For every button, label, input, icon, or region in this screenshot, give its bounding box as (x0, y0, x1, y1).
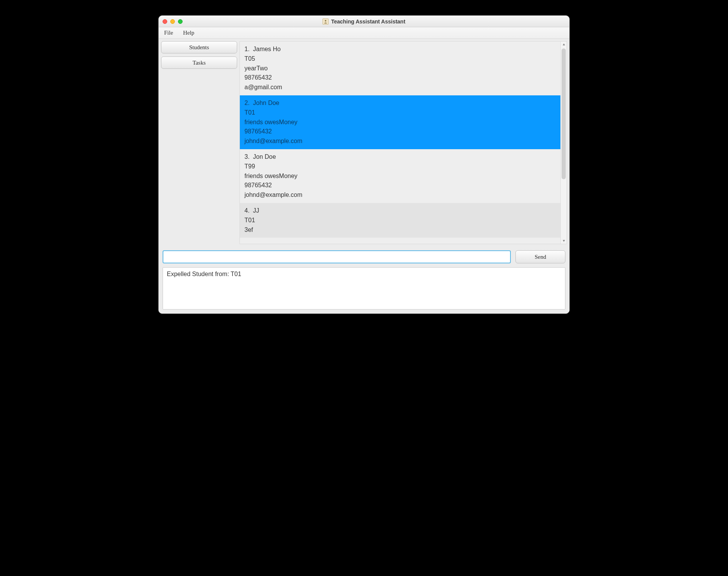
list-item-line: 3ef (244, 225, 556, 235)
list-item-line: friends owesMoney (244, 171, 556, 181)
list-item-line: a@gmail.com (244, 83, 556, 92)
command-row: Send (163, 250, 565, 263)
send-button[interactable]: Send (515, 250, 565, 263)
list-item-line: 3. Jon Doe (244, 152, 556, 162)
list-item-line: johnd@example.com (244, 137, 556, 146)
window-title: Teaching Assistant Assistant (159, 18, 569, 25)
list-item-line: 98765432 (244, 127, 556, 137)
window-title-text: Teaching Assistant Assistant (331, 18, 405, 25)
content-area: Students Tasks 1. James HoT05yearTwo9876… (159, 39, 569, 246)
fullscreen-icon[interactable] (178, 19, 183, 24)
list-item-line: T01 (244, 108, 556, 118)
list-item-line: T05 (244, 54, 556, 64)
menu-help[interactable]: Help (181, 29, 196, 37)
minimize-icon[interactable] (170, 19, 175, 24)
app-window: Teaching Assistant Assistant File Help S… (158, 15, 570, 314)
list-item[interactable]: 2. John DoeT01friends owesMoney98765432j… (240, 95, 560, 149)
command-input[interactable] (163, 250, 511, 263)
app-icon (322, 18, 329, 25)
students-button[interactable]: Students (161, 41, 237, 53)
bottom-panel: Send Expelled Student from: T01 (159, 246, 569, 313)
list-item-line: 1. James Ho (244, 45, 556, 54)
scroll-down-icon[interactable] (561, 238, 567, 244)
output-panel: Expelled Student from: T01 (163, 267, 565, 310)
svg-point-0 (325, 20, 326, 22)
close-icon[interactable] (163, 19, 167, 24)
menu-file[interactable]: File (163, 29, 175, 37)
list-item-line: johnd@example.com (244, 190, 556, 200)
list-item-line: 98765432 (244, 181, 556, 190)
list-item[interactable]: 4. JJT013ef (240, 203, 560, 238)
list-item-line: 4. JJ (244, 206, 556, 216)
scrollbar[interactable] (560, 42, 567, 244)
list-item-line: yearTwo (244, 64, 556, 73)
sidebar: Students Tasks (159, 39, 239, 246)
scroll-thumb[interactable] (562, 48, 566, 179)
output-text: Expelled Student from: T01 (167, 271, 241, 277)
list-item-line: T01 (244, 216, 556, 225)
list-item-line: friends owesMoney (244, 118, 556, 127)
list-item-line: 2. John Doe (244, 98, 556, 108)
list-item-line: 98765432 (244, 73, 556, 83)
list-item-line: T99 (244, 162, 556, 171)
menubar: File Help (159, 27, 569, 39)
student-list: 1. James HoT05yearTwo98765432a@gmail.com… (239, 41, 567, 244)
main-panel: 1. James HoT05yearTwo98765432a@gmail.com… (239, 39, 569, 246)
window-controls (163, 19, 183, 24)
tasks-button[interactable]: Tasks (161, 57, 237, 69)
list-viewport[interactable]: 1. James HoT05yearTwo98765432a@gmail.com… (240, 42, 560, 244)
list-item[interactable]: 3. Jon DoeT99friends owesMoney98765432jo… (240, 149, 560, 203)
list-item[interactable]: 1. James HoT05yearTwo98765432a@gmail.com (240, 42, 560, 95)
titlebar: Teaching Assistant Assistant (159, 16, 569, 27)
scroll-up-icon[interactable] (561, 42, 567, 48)
